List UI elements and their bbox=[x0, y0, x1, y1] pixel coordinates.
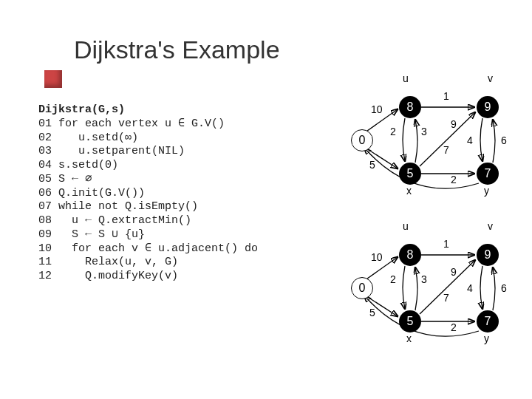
code-line: 12 Q.modifyKey(v) bbox=[38, 270, 178, 282]
node-value: 0 bbox=[359, 134, 366, 147]
graph-bottom: 8 9 0 5 7 u v x y 10 5 2 3 1 9 2 4 6 7 bbox=[340, 222, 517, 347]
code-line: 04 s.setd(0) bbox=[38, 159, 118, 171]
node-name-v: v bbox=[488, 220, 493, 232]
graph-top: 8 9 0 5 7 u v x y 10 5 2 3 1 9 2 4 6 7 bbox=[340, 74, 517, 200]
edge-weight: 6 bbox=[501, 134, 507, 146]
node-name-u: u bbox=[403, 72, 409, 84]
code-line: 02 u.setd(∞) bbox=[38, 132, 138, 144]
pseudocode-block: Dijkstra(G,s) 01 for each vertex u ∈ G.V… bbox=[38, 103, 258, 284]
node-name-y: y bbox=[484, 185, 489, 197]
code-line: 10 for each v ∈ u.adjacent() do bbox=[38, 242, 258, 255]
node-y: 7 bbox=[477, 163, 499, 185]
edge-weight: 6 bbox=[501, 282, 507, 294]
edge-weight: 2 bbox=[390, 273, 396, 285]
node-value: 9 bbox=[485, 248, 491, 262]
node-name-x: x bbox=[406, 332, 412, 344]
edge-weight: 10 bbox=[371, 103, 383, 115]
edge-weight: 9 bbox=[451, 266, 457, 278]
node-v: 9 bbox=[477, 244, 499, 266]
edge-weight: 3 bbox=[421, 126, 427, 137]
node-value: 5 bbox=[407, 315, 414, 328]
node-u: 8 bbox=[399, 244, 421, 266]
code-header: Dijkstra(G,s) bbox=[38, 103, 125, 116]
edge-weight: 7 bbox=[443, 292, 449, 304]
node-value: 8 bbox=[407, 248, 414, 262]
node-value: 0 bbox=[359, 282, 366, 295]
code-line: 06 Q.init(G.V()) bbox=[38, 187, 145, 200]
edge-weight: 3 bbox=[421, 273, 427, 285]
edge-weight: 5 bbox=[369, 307, 375, 318]
edge-weight: 1 bbox=[443, 90, 449, 102]
page-title: Dijkstra's Example bbox=[74, 35, 280, 64]
edge-weight: 2 bbox=[451, 174, 457, 185]
edge-weight: 1 bbox=[443, 238, 449, 250]
node-name-v: v bbox=[488, 72, 493, 84]
code-line: 09 S ← S ∪ {u} bbox=[38, 228, 145, 241]
edge-weight: 4 bbox=[467, 282, 473, 294]
node-value: 5 bbox=[407, 167, 414, 180]
edge-weight: 2 bbox=[390, 126, 396, 137]
node-value: 9 bbox=[485, 100, 491, 114]
code-line: 05 S ← ∅ bbox=[38, 173, 92, 185]
edge-weight: 4 bbox=[467, 134, 473, 146]
node-v: 9 bbox=[477, 96, 499, 118]
edge-weight: 2 bbox=[451, 321, 457, 333]
edge-weight: 5 bbox=[369, 159, 375, 171]
node-name-y: y bbox=[484, 332, 489, 344]
code-line: 08 u ← Q.extractMin() bbox=[38, 214, 191, 227]
code-line: 03 u.setparent(NIL) bbox=[38, 145, 185, 157]
node-y: 7 bbox=[477, 310, 499, 332]
node-value: 7 bbox=[485, 315, 491, 328]
node-x: 5 bbox=[399, 310, 421, 332]
code-line: 07 while not Q.isEmpty() bbox=[38, 200, 198, 213]
node-value: 7 bbox=[485, 167, 491, 180]
edge-weight: 10 bbox=[371, 251, 383, 263]
node-u: 8 bbox=[399, 96, 421, 118]
title-accent bbox=[44, 70, 62, 88]
edge-weight: 9 bbox=[451, 118, 457, 130]
node-x: 5 bbox=[399, 163, 421, 185]
node-s: 0 bbox=[351, 277, 373, 299]
code-line: 11 Relax(u, v, G) bbox=[38, 256, 178, 268]
node-name-x: x bbox=[406, 185, 412, 197]
node-s: 0 bbox=[351, 129, 373, 151]
node-value: 8 bbox=[407, 100, 414, 114]
edge-weight: 7 bbox=[443, 144, 449, 156]
node-name-u: u bbox=[403, 220, 409, 232]
code-line: 01 for each vertex u ∈ G.V() bbox=[38, 117, 225, 130]
